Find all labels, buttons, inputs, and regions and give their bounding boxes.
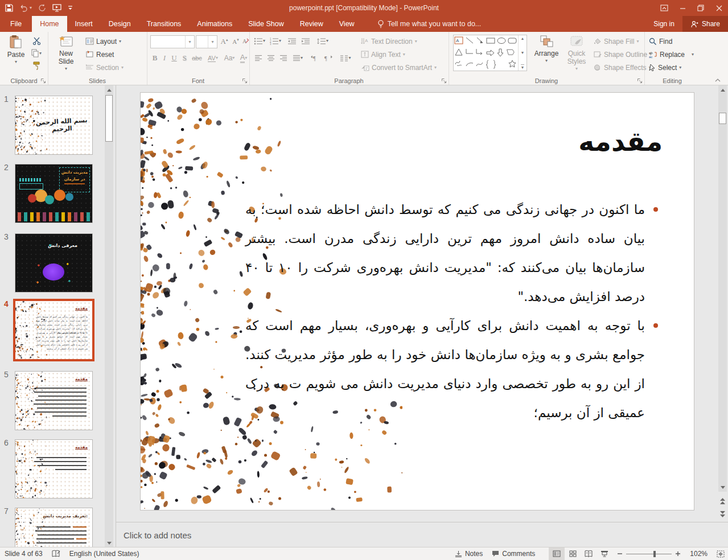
rtl-direction-button[interactable]: ¶ [322,52,335,64]
slide-counter[interactable]: Slide 4 of 63 [0,547,47,560]
ribbon-display-options-icon[interactable] [655,0,673,16]
slide-thumbnail-3[interactable]: معرفی دانش [15,233,93,293]
editor-scrollbar[interactable] [718,85,727,492]
zoom-out-button[interactable] [612,547,623,560]
quick-styles-button[interactable]: Quick Styles ▾ [562,35,591,71]
align-text-button[interactable]: Align Text▾ [361,48,405,60]
tab-view[interactable]: View [331,16,363,32]
current-slide-canvas[interactable]: مقدمه ما اکنون در جهانی زندگی می کنیم که… [140,92,694,510]
copy-button[interactable]: ▾ [30,48,43,59]
bullet-item[interactable]: ما اکنون در جهانی زندگی می کنیم که توسط … [245,195,662,311]
editor-scrollbar-thumb[interactable] [719,113,726,124]
clear-formatting-button[interactable]: A [241,35,249,47]
clipboard-dialog-launcher-icon[interactable] [40,78,46,84]
replace-button[interactable]: abac Replace▾ [649,48,694,60]
tab-file[interactable]: File [0,16,32,32]
slide-body-textbox[interactable]: ما اکنون در جهانی زندگی می کنیم که توسط … [245,195,662,427]
tab-review[interactable]: Review [292,16,331,32]
new-slide-button[interactable]: New Slide ▾ [51,35,81,71]
editor-scroll-up-icon[interactable] [718,85,727,94]
line-spacing-button[interactable]: ▾ [315,35,330,47]
find-button[interactable]: Find [649,35,672,47]
previous-slide-button[interactable] [718,495,727,507]
strikethrough-button[interactable]: abc [190,52,204,64]
font-size-combo[interactable]: ▾ [196,35,217,48]
text-shadow-button[interactable]: S [180,52,189,64]
editor-scroll-down-icon[interactable] [718,483,727,492]
thumbnails-scroll-down-icon[interactable] [105,538,113,547]
thumbnails-scroll-up-icon[interactable] [105,85,113,94]
columns-button[interactable]: ▾ [338,52,353,64]
section-button[interactable]: Section▾ [85,61,124,73]
slide-thumbnail-5[interactable]: مقدمه [15,371,93,430]
italic-button[interactable]: I [161,52,168,64]
bold-button[interactable]: B [150,52,159,64]
slideshow-view-button[interactable] [597,547,612,560]
decrease-indent-button[interactable] [286,35,298,47]
tab-animations[interactable]: Animations [189,16,240,32]
increase-font-size-button[interactable]: A▴ [219,35,230,47]
drawing-dialog-launcher-icon[interactable] [637,78,643,84]
numbering-button[interactable]: 123▾ [269,35,282,47]
layout-button[interactable]: Layout▾ [85,35,121,47]
restore-button[interactable] [692,0,710,16]
notes-pane[interactable]: Click to add notes [116,522,728,547]
tab-insert[interactable]: Insert [67,16,101,32]
reading-view-button[interactable] [581,547,597,560]
convert-to-smartart-button[interactable]: Convert to SmartArt▾ [361,61,437,73]
tab-slideshow[interactable]: Slide Show [240,16,292,32]
paragraph-dialog-launcher-icon[interactable] [441,78,447,84]
tell-me-box[interactable]: Tell me what you want to do... [377,16,482,32]
collapse-ribbon-icon[interactable] [714,78,721,83]
character-spacing-button[interactable]: AV▾ [205,52,221,64]
language-indicator[interactable]: English (United States) [65,547,144,560]
cut-button[interactable] [30,35,43,46]
reset-button[interactable]: Reset [85,48,114,60]
share-button[interactable]: Share [682,16,728,32]
undo-dropdown-icon[interactable]: ▾ [30,6,32,10]
slide-thumbnail-2[interactable]: مدیریت دانش در سازمان [15,164,93,223]
bullet-item[interactable]: با توجه به اهمیت دانش برای کارآیی و بهره… [245,311,662,427]
slide-sorter-view-button[interactable] [565,547,581,560]
font-dialog-launcher-icon[interactable] [242,78,248,84]
shape-effects-button[interactable]: Shape Effects▾ [593,61,651,73]
zoom-slider[interactable] [626,554,672,554]
redo-icon[interactable] [38,4,46,12]
ltr-direction-button[interactable]: ¶ [309,52,321,64]
align-center-button[interactable] [265,52,277,64]
slide-thumbnail-1[interactable]: بسم الله الرحمن الرحیم [15,96,93,155]
close-button[interactable] [710,0,728,16]
zoom-slider-thumb[interactable] [653,551,656,557]
save-icon[interactable] [5,4,13,12]
fit-slide-to-window-button[interactable] [712,547,728,560]
next-slide-button[interactable] [718,508,727,520]
shapes-scroll-down-icon[interactable]: ▼ [521,51,525,55]
decrease-font-size-button[interactable]: A▾ [230,35,241,47]
sign-in-button[interactable]: Sign in [645,16,682,32]
shape-outline-button[interactable]: Shape Outline▾ [593,48,652,60]
justify-button[interactable]: ▾ [290,52,305,64]
shapes-more-icon[interactable]: ▼ [521,64,525,69]
shapes-gallery-scrollbar[interactable]: ▲ ▼ ▼ [518,35,527,71]
paste-button[interactable]: Paste ▾ [5,35,27,64]
zoom-in-button[interactable] [675,547,685,560]
minimize-button[interactable] [673,0,692,16]
underline-button[interactable]: U [170,52,179,64]
zoom-level[interactable]: 102% [685,547,712,560]
arrange-button[interactable]: Arrange ▾ [532,35,561,63]
shapes-scroll-up-icon[interactable]: ▲ [521,36,525,40]
align-left-button[interactable] [253,52,264,64]
font-name-combo[interactable]: ▾ [150,35,195,48]
tab-home[interactable]: Home [32,16,67,32]
shapes-gallery[interactable]: A ▲ ▼ ▼ [453,35,527,71]
bullets-button[interactable]: ▾ [253,35,266,47]
spell-check-icon[interactable] [47,547,65,560]
notes-placeholder[interactable]: Click to add notes [124,530,191,540]
font-color-button[interactable]: A▾ [238,52,249,64]
comments-toggle[interactable]: Comments [487,547,540,560]
slide-title[interactable]: مقدمه [578,126,663,157]
align-right-button[interactable] [278,52,289,64]
tab-transitions[interactable]: Transitions [139,16,190,32]
shape-fill-button[interactable]: Shape Fill▾ [593,35,639,47]
slide-thumbnail-6[interactable]: مقدمه [15,439,93,499]
